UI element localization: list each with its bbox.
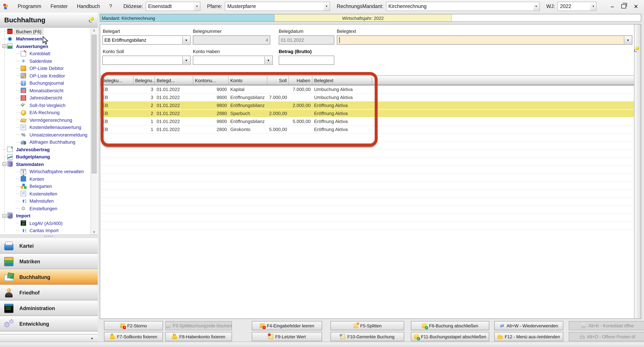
collapsed-side-panel[interactable] <box>634 25 641 318</box>
scroll-down-icon[interactable]: ∨ <box>91 230 97 234</box>
sidebar-item-jahresübertrag[interactable]: Jahresübertrag <box>0 146 98 153</box>
sidebar-item-belegarten[interactable]: Belegarten <box>0 183 98 190</box>
scrollbar-thumb[interactable] <box>91 35 97 174</box>
sidebar-item-wirtschaftsjahreverwalten[interactable]: Wirtschaftsjahre verwalten <box>0 168 98 175</box>
function-button-f12[interactable]: F12 - Menü aus-/einblenden <box>494 332 563 341</box>
sidebar-item-einstellungen[interactable]: Einstellungen <box>0 205 98 212</box>
function-button-f8[interactable]: F8-Habenkonto fixieren <box>166 332 232 341</box>
chevron-down-icon[interactable]: ▼ <box>590 2 596 11</box>
sidebar-item-sollistvergleich[interactable]: Soll-/Ist-Vergleich <box>0 102 98 109</box>
chevron-down-icon[interactable]: ▼ <box>182 36 190 44</box>
function-button-f10[interactable]: F10-Gemerkte Buchung <box>330 332 404 341</box>
chevron-down-icon[interactable]: ▼ <box>264 57 272 64</box>
table-row[interactable]: EB201.01.20229800Eröffnungsbilanz2.000,0… <box>100 102 634 110</box>
table-row[interactable]: EB101.01.20222800Girokonto5.000,00Eröffn… <box>100 126 634 134</box>
menu-item-[interactable]: ? <box>104 0 116 13</box>
konto-soll-combo[interactable]: ▼ <box>102 56 191 65</box>
table-column-header[interactable]: Soll <box>267 76 289 85</box>
table-column-header[interactable]: Haben <box>289 76 312 85</box>
betrag-input[interactable] <box>279 56 334 65</box>
table-row[interactable]: EB201.01.20222880Sparbuch2.000,00Eröffnu… <box>100 110 634 118</box>
sidebar-item-mahnstufen[interactable]: Mahnstufen <box>0 197 98 205</box>
chevron-down-icon[interactable]: ▼ <box>324 2 330 11</box>
sidebar-item-kontoblatt[interactable]: Kontoblatt <box>0 50 98 58</box>
menubar-selector-combo[interactable]: 2022▼ <box>558 2 597 11</box>
pin-icon[interactable] <box>90 17 94 21</box>
table-row[interactable]: EB301.01.20229800Eröffnungsbilanz7.000,0… <box>100 94 634 102</box>
sidebar-item-mahnwesen[interactable]: Mahnwesen <box>0 35 98 43</box>
table-column-header[interactable]: Konto <box>228 76 267 85</box>
belegart-combo[interactable]: EB Eröffnungsbilanz ▼ <box>102 35 191 45</box>
tree-scrollbar[interactable]: ∧∨ <box>90 28 97 235</box>
tree-guide-stub <box>16 179 20 179</box>
scroll-up-icon[interactable]: ∧ <box>91 29 97 33</box>
sidebar-item-kostenstellenauswertung[interactable]: Kostenstellenauswertung <box>0 124 98 131</box>
restore-icon[interactable] <box>622 4 626 9</box>
function-button-panel: F2-StornoF3-Splittbuchungzeile löschenF4… <box>100 319 644 342</box>
chevron-down-icon[interactable]: ▼ <box>624 36 632 44</box>
sidebar-section-matriken[interactable]: Matriken <box>0 254 98 269</box>
sidebar-section-administration[interactable]: Administration <box>0 300 98 316</box>
table-column-header[interactable]: Belegnu... <box>134 76 155 85</box>
chevron-down-icon[interactable]: ▼ <box>194 2 200 11</box>
tree-collapse-icon[interactable]: – <box>2 162 6 166</box>
chevron-down-icon[interactable]: ▼ <box>533 2 539 11</box>
menubar-selector-combo[interactable]: Kirchenrechnung▼ <box>386 2 540 11</box>
sidebar-item-jahresübersicht[interactable]: Jahresübersicht <box>0 94 98 102</box>
menu-item-handbuch[interactable]: Handbuch <box>72 0 104 13</box>
table-column-header[interactable]: Kontonu... <box>193 76 228 85</box>
minimize-icon[interactable]: – <box>611 4 614 9</box>
sidebar-item-saldenliste[interactable]: Saldenliste <box>0 57 98 65</box>
sidebar-section-friedhof[interactable]: Friedhof <box>0 285 98 300</box>
sidebar-item-oplistekreditor[interactable]: OP-Liste Kreditor <box>0 72 98 80</box>
function-button-f11[interactable]: F11-Buchungsstapel abschließen <box>411 332 489 341</box>
table-cell: 1 <box>134 118 155 125</box>
table-column-header[interactable]: Belegku... <box>100 76 134 85</box>
sidebar-item-import[interactable]: –Import <box>0 212 98 220</box>
sidebar-item-umsatzsteuervoranmeldung[interactable]: Umsatzsteuervoranmeldung <box>0 131 98 138</box>
sidebar-item-oplistedebitor[interactable]: OP-Liste Debitor <box>0 65 98 72</box>
sidebar-item-logavas400[interactable]: LogAV (AS/400) <box>0 219 98 227</box>
sidebar-section-kartei[interactable]: Kartei <box>0 238 98 254</box>
tree-collapse-icon[interactable]: – <box>2 44 6 48</box>
menubar-selector-combo[interactable]: Eisenstadt▼ <box>146 2 200 11</box>
sidebar-section-entwicklung[interactable]: Entwicklung <box>0 316 98 331</box>
function-button-alt+w[interactable]: Alt+W - Wiederverwenden <box>494 321 563 330</box>
function-button-f6[interactable]: F6-Buchung abschließen <box>411 321 489 330</box>
menu-item-programm[interactable]: Programm <box>13 0 46 13</box>
sidebar-item-vermögensrechnung[interactable]: Vermögensrechnung <box>0 116 98 124</box>
chevron-down-icon[interactable]: ▼ <box>182 57 190 64</box>
close-icon[interactable]: ✕ <box>634 4 638 9</box>
sidebar-item-konten[interactable]: Konten <box>0 175 98 183</box>
chevron-down-icon[interactable]: ▼ <box>90 337 94 340</box>
sidebar-section-buchhaltung[interactable]: Buchhaltung <box>0 269 98 285</box>
table-row[interactable]: EB301.01.20229000Kapital7.000,00Umbuchun… <box>100 86 634 94</box>
sidebar-item-buchenf6[interactable]: Buchen (F6) <box>0 28 98 35</box>
menu-item-fenster[interactable]: Fenster <box>46 0 72 13</box>
sidebar-item-abfragenbuchhaltung[interactable]: Abfragen Buchhaltung <box>0 138 98 146</box>
pin-icon[interactable] <box>635 46 639 50</box>
sidebar-item-caritasimport[interactable]: Caritas Import <box>0 227 98 234</box>
sidebar-item-auswertungen[interactable]: –Auswertungen <box>0 43 98 50</box>
table-column-header[interactable]: Belegd... <box>155 76 193 85</box>
sidebar-item-monatsübersicht[interactable]: Monatsübersicht <box>0 87 98 94</box>
sidebar-splitter[interactable]: ••••• <box>0 235 98 238</box>
folder-x-icon <box>120 323 125 328</box>
sidebar-item-budgetplanung[interactable]: Budgetplanung <box>0 153 98 161</box>
function-button-f9[interactable]: F9-Letzter Wert <box>252 332 322 341</box>
table-column-header[interactable]: Belegtext <box>312 76 372 85</box>
function-button-label: F6-Buchung abschließen <box>429 323 478 328</box>
function-button-f2[interactable]: F2-Storno <box>104 321 163 330</box>
function-button-f7[interactable]: F7-Sollkonto fixieren <box>104 332 163 341</box>
konto-haben-combo[interactable]: ▼ <box>193 56 273 65</box>
sidebar-item-kostenstellen[interactable]: Kostenstellen <box>0 190 98 197</box>
table-cell-filler <box>372 86 634 93</box>
belegtext-input[interactable]: ▼ <box>337 35 632 45</box>
menubar-selector-combo[interactable]: Musterpfarre▼ <box>225 2 330 11</box>
function-button-f5[interactable]: F5-Splitten <box>330 321 404 330</box>
table-row[interactable]: EB101.01.20229800Eröffnungsbilanz5.000,0… <box>100 118 634 126</box>
sidebar-item-stammdaten[interactable]: –Stammdaten <box>0 161 98 168</box>
sidebar-item-buchungsjournal[interactable]: Buchungsjournal <box>0 80 98 87</box>
sidebar-item-earechnung[interactable]: E/A-Rechnung <box>0 109 98 116</box>
function-button-f4[interactable]: F4-Eingabefelder leeren <box>252 321 322 330</box>
